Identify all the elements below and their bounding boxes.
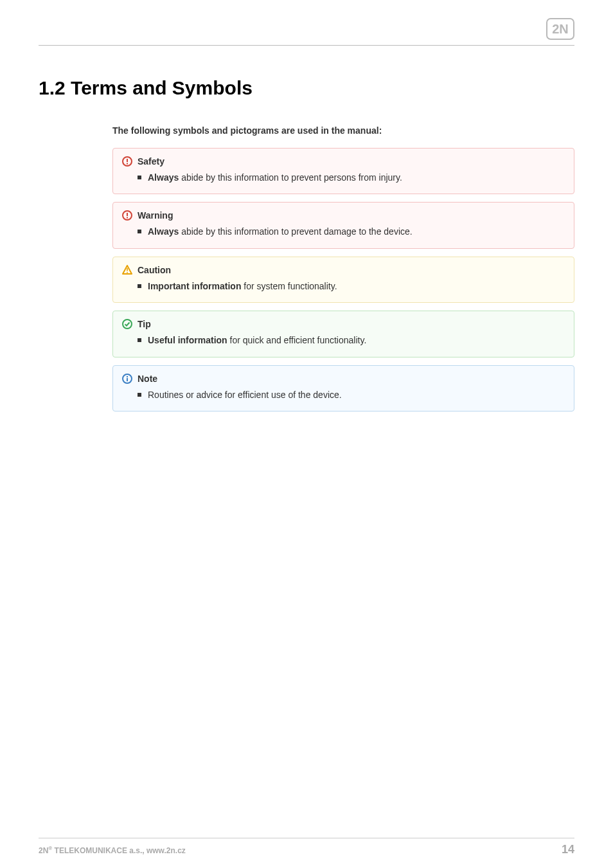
- svg-rect-4: [127, 163, 128, 165]
- callout-tip: Tip Useful information for quick and eff…: [112, 311, 574, 357]
- footer-page-number: 14: [562, 843, 574, 856]
- footer-divider: [39, 838, 574, 838]
- svg-rect-3: [127, 159, 128, 162]
- callout-tip-item-bold: Useful information: [148, 335, 227, 345]
- callout-tip-item-rest: for quick and efficient functionality.: [227, 335, 367, 345]
- callout-caution-title: Caution: [138, 265, 171, 275]
- callout-warning-item: Always abide by this information to prev…: [148, 224, 565, 239]
- callout-note-item-rest: Routines or advice for efficient use of …: [148, 390, 342, 400]
- svg-rect-7: [127, 217, 128, 219]
- callouts-container: Safety Always abide by this information …: [112, 148, 574, 411]
- svg-rect-13: [127, 376, 128, 377]
- callout-tip-item: Useful information for quick and efficie…: [148, 333, 565, 347]
- callout-caution: Caution Important information for system…: [112, 257, 574, 303]
- svg-text:2N: 2N: [552, 22, 569, 36]
- info-circle-icon: [122, 374, 132, 384]
- svg-rect-6: [127, 213, 128, 216]
- callout-safety: Safety Always abide by this information …: [112, 148, 574, 194]
- callout-safety-title: Safety: [138, 156, 164, 167]
- top-divider: [39, 45, 574, 46]
- page-title: 1.2 Terms and Symbols: [39, 77, 253, 99]
- callout-safety-item: Always abide by this information to prev…: [148, 170, 565, 185]
- callout-caution-item: Important information for system functio…: [148, 279, 565, 293]
- check-circle-icon: [122, 319, 132, 329]
- callout-warning-item-rest: abide by this information to prevent dam…: [179, 226, 412, 237]
- footer-company-rest: TELEKOMUNIKACE a.s., www.2n.cz: [52, 846, 186, 855]
- exclamation-circle-icon: [122, 156, 132, 167]
- callout-note-title: Note: [138, 374, 157, 384]
- svg-rect-9: [127, 272, 128, 273]
- exclamation-triangle-icon: [122, 265, 132, 275]
- intro-text: The following symbols and pictograms are…: [112, 125, 382, 136]
- callout-tip-title: Tip: [138, 319, 151, 329]
- callout-warning-item-bold: Always: [148, 226, 179, 237]
- callout-caution-item-bold: Important information: [148, 281, 241, 291]
- callout-note: Note Routines or advice for efficient us…: [112, 365, 574, 411]
- callout-safety-item-rest: abide by this information to prevent per…: [179, 172, 402, 183]
- footer-company-prefix: 2N: [39, 846, 48, 855]
- callout-warning: Warning Always abide by this information…: [112, 202, 574, 248]
- callout-note-item: Routines or advice for efficient use of …: [148, 388, 565, 402]
- callout-safety-item-bold: Always: [148, 172, 179, 183]
- brand-logo-2n: 2N: [546, 18, 574, 40]
- page-footer: 2N® TELEKOMUNIKACE a.s., www.2n.cz 14: [39, 843, 574, 856]
- footer-company: 2N® TELEKOMUNIKACE a.s., www.2n.cz: [39, 845, 186, 855]
- svg-rect-12: [127, 378, 128, 381]
- svg-rect-8: [127, 268, 128, 271]
- callout-warning-title: Warning: [138, 210, 173, 221]
- callout-caution-item-rest: for system functionality.: [241, 281, 337, 291]
- exclamation-circle-icon: [122, 210, 132, 221]
